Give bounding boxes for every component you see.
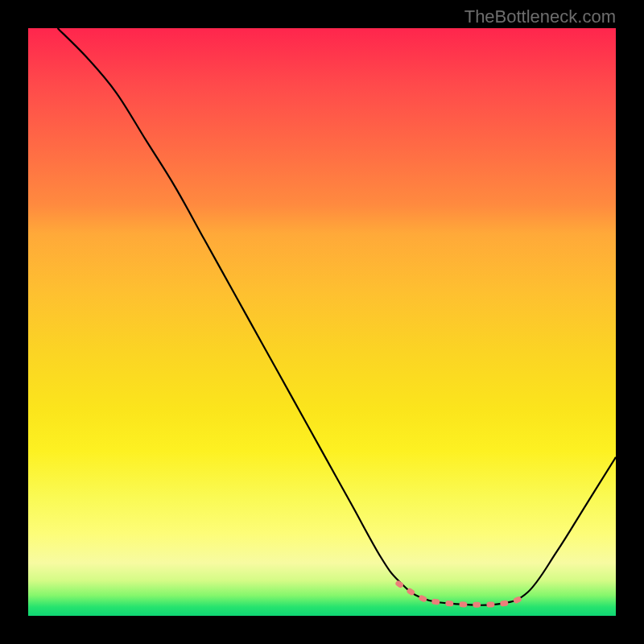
plot-area [28, 28, 616, 616]
curve-layer [28, 28, 616, 616]
attribution-text: TheBottleneck.com [464, 6, 616, 27]
main-curve [58, 28, 617, 605]
